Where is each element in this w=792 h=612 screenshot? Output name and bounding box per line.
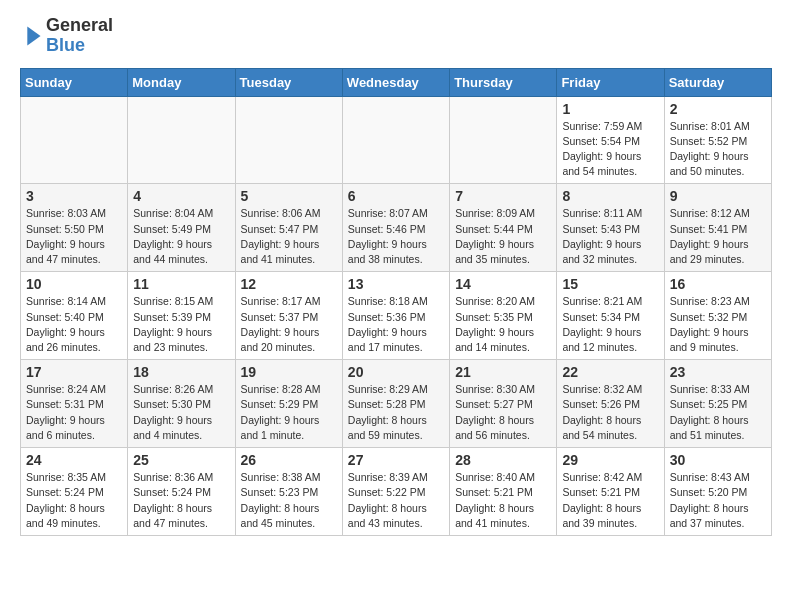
day-info: Sunrise: 7:59 AMSunset: 5:54 PMDaylight:… [562,119,658,180]
day-info: Sunrise: 8:21 AMSunset: 5:34 PMDaylight:… [562,294,658,355]
calendar-cell: 30Sunrise: 8:43 AMSunset: 5:20 PMDayligh… [664,448,771,536]
day-info: Sunrise: 8:38 AMSunset: 5:23 PMDaylight:… [241,470,337,531]
calendar-week-row: 24Sunrise: 8:35 AMSunset: 5:24 PMDayligh… [21,448,772,536]
calendar-cell: 2Sunrise: 8:01 AMSunset: 5:52 PMDaylight… [664,96,771,184]
day-number: 13 [348,276,444,292]
calendar-cell: 14Sunrise: 8:20 AMSunset: 5:35 PMDayligh… [450,272,557,360]
calendar-week-row: 3Sunrise: 8:03 AMSunset: 5:50 PMDaylight… [21,184,772,272]
calendar-cell: 5Sunrise: 8:06 AMSunset: 5:47 PMDaylight… [235,184,342,272]
calendar-week-row: 17Sunrise: 8:24 AMSunset: 5:31 PMDayligh… [21,360,772,448]
weekday-header-row: SundayMondayTuesdayWednesdayThursdayFrid… [21,68,772,96]
calendar-cell: 26Sunrise: 8:38 AMSunset: 5:23 PMDayligh… [235,448,342,536]
day-info: Sunrise: 8:35 AMSunset: 5:24 PMDaylight:… [26,470,122,531]
calendar-cell: 13Sunrise: 8:18 AMSunset: 5:36 PMDayligh… [342,272,449,360]
weekday-header-friday: Friday [557,68,664,96]
calendar-cell: 22Sunrise: 8:32 AMSunset: 5:26 PMDayligh… [557,360,664,448]
calendar-cell [128,96,235,184]
weekday-header-sunday: Sunday [21,68,128,96]
logo: General Blue [20,16,113,56]
day-info: Sunrise: 8:18 AMSunset: 5:36 PMDaylight:… [348,294,444,355]
calendar-cell: 1Sunrise: 7:59 AMSunset: 5:54 PMDaylight… [557,96,664,184]
weekday-header-wednesday: Wednesday [342,68,449,96]
day-number: 18 [133,364,229,380]
day-info: Sunrise: 8:40 AMSunset: 5:21 PMDaylight:… [455,470,551,531]
day-number: 25 [133,452,229,468]
day-number: 14 [455,276,551,292]
day-info: Sunrise: 8:20 AMSunset: 5:35 PMDaylight:… [455,294,551,355]
calendar-cell: 25Sunrise: 8:36 AMSunset: 5:24 PMDayligh… [128,448,235,536]
calendar-cell: 27Sunrise: 8:39 AMSunset: 5:22 PMDayligh… [342,448,449,536]
day-number: 28 [455,452,551,468]
day-info: Sunrise: 8:06 AMSunset: 5:47 PMDaylight:… [241,206,337,267]
day-number: 5 [241,188,337,204]
weekday-header-saturday: Saturday [664,68,771,96]
day-number: 29 [562,452,658,468]
day-info: Sunrise: 8:12 AMSunset: 5:41 PMDaylight:… [670,206,766,267]
day-info: Sunrise: 8:42 AMSunset: 5:21 PMDaylight:… [562,470,658,531]
day-number: 4 [133,188,229,204]
calendar-cell: 19Sunrise: 8:28 AMSunset: 5:29 PMDayligh… [235,360,342,448]
logo-line1: General [46,16,113,36]
day-info: Sunrise: 8:24 AMSunset: 5:31 PMDaylight:… [26,382,122,443]
day-info: Sunrise: 8:36 AMSunset: 5:24 PMDaylight:… [133,470,229,531]
day-number: 23 [670,364,766,380]
logo-icon [20,25,42,47]
day-info: Sunrise: 8:30 AMSunset: 5:27 PMDaylight:… [455,382,551,443]
calendar-cell [450,96,557,184]
page-container: General Blue SundayMondayTuesdayWednesda… [0,0,792,552]
calendar-cell: 3Sunrise: 8:03 AMSunset: 5:50 PMDaylight… [21,184,128,272]
weekday-header-thursday: Thursday [450,68,557,96]
day-info: Sunrise: 8:28 AMSunset: 5:29 PMDaylight:… [241,382,337,443]
calendar-table: SundayMondayTuesdayWednesdayThursdayFrid… [20,68,772,536]
day-info: Sunrise: 8:23 AMSunset: 5:32 PMDaylight:… [670,294,766,355]
logo-line2: Blue [46,36,113,56]
svg-marker-0 [27,26,40,45]
day-number: 21 [455,364,551,380]
day-info: Sunrise: 8:43 AMSunset: 5:20 PMDaylight:… [670,470,766,531]
calendar-cell [21,96,128,184]
day-number: 11 [133,276,229,292]
day-info: Sunrise: 8:39 AMSunset: 5:22 PMDaylight:… [348,470,444,531]
day-number: 26 [241,452,337,468]
day-number: 19 [241,364,337,380]
day-info: Sunrise: 8:04 AMSunset: 5:49 PMDaylight:… [133,206,229,267]
day-number: 30 [670,452,766,468]
day-info: Sunrise: 8:01 AMSunset: 5:52 PMDaylight:… [670,119,766,180]
day-number: 20 [348,364,444,380]
day-number: 9 [670,188,766,204]
calendar-cell: 7Sunrise: 8:09 AMSunset: 5:44 PMDaylight… [450,184,557,272]
calendar-cell: 11Sunrise: 8:15 AMSunset: 5:39 PMDayligh… [128,272,235,360]
calendar-cell: 28Sunrise: 8:40 AMSunset: 5:21 PMDayligh… [450,448,557,536]
day-number: 22 [562,364,658,380]
calendar-cell: 17Sunrise: 8:24 AMSunset: 5:31 PMDayligh… [21,360,128,448]
day-number: 24 [26,452,122,468]
day-info: Sunrise: 8:15 AMSunset: 5:39 PMDaylight:… [133,294,229,355]
calendar-cell: 29Sunrise: 8:42 AMSunset: 5:21 PMDayligh… [557,448,664,536]
day-info: Sunrise: 8:17 AMSunset: 5:37 PMDaylight:… [241,294,337,355]
day-info: Sunrise: 8:32 AMSunset: 5:26 PMDaylight:… [562,382,658,443]
logo-text: General Blue [46,16,113,56]
day-info: Sunrise: 8:11 AMSunset: 5:43 PMDaylight:… [562,206,658,267]
day-number: 8 [562,188,658,204]
day-number: 16 [670,276,766,292]
calendar-cell: 9Sunrise: 8:12 AMSunset: 5:41 PMDaylight… [664,184,771,272]
calendar-cell: 6Sunrise: 8:07 AMSunset: 5:46 PMDaylight… [342,184,449,272]
weekday-header-tuesday: Tuesday [235,68,342,96]
day-number: 1 [562,101,658,117]
calendar-cell: 4Sunrise: 8:04 AMSunset: 5:49 PMDaylight… [128,184,235,272]
day-number: 12 [241,276,337,292]
day-info: Sunrise: 8:07 AMSunset: 5:46 PMDaylight:… [348,206,444,267]
day-info: Sunrise: 8:26 AMSunset: 5:30 PMDaylight:… [133,382,229,443]
calendar-week-row: 10Sunrise: 8:14 AMSunset: 5:40 PMDayligh… [21,272,772,360]
day-number: 6 [348,188,444,204]
day-number: 7 [455,188,551,204]
calendar-cell: 21Sunrise: 8:30 AMSunset: 5:27 PMDayligh… [450,360,557,448]
day-number: 27 [348,452,444,468]
calendar-cell [235,96,342,184]
day-number: 2 [670,101,766,117]
calendar-cell: 15Sunrise: 8:21 AMSunset: 5:34 PMDayligh… [557,272,664,360]
day-number: 3 [26,188,122,204]
header: General Blue [20,16,772,56]
calendar-cell: 12Sunrise: 8:17 AMSunset: 5:37 PMDayligh… [235,272,342,360]
day-number: 10 [26,276,122,292]
